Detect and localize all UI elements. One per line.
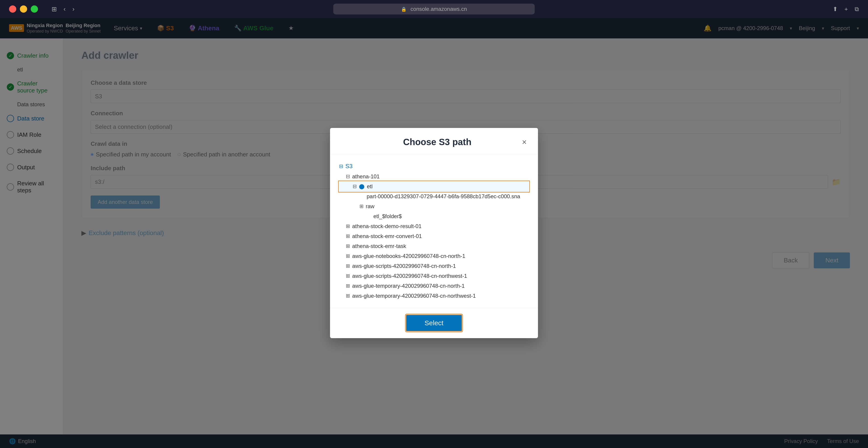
s3-root-label: S3 <box>345 163 352 170</box>
tree-item-athena-stock-emr-task[interactable]: ⊞ athena-stock-emr-task <box>339 241 529 251</box>
windows-icon[interactable]: ⧉ <box>855 6 859 13</box>
emr-convert-label: athena-stock-emr-convert-01 <box>352 233 422 239</box>
tree-root-s3[interactable]: ⊟ S3 <box>339 161 529 171</box>
new-tab-icon[interactable]: + <box>844 6 848 13</box>
stock-demo-expand-icon: ⊞ <box>346 223 350 229</box>
maximize-window-button[interactable] <box>31 5 38 13</box>
tree-item-raw[interactable]: ⊞ raw <box>339 201 529 211</box>
athena101-label: athena-101 <box>352 173 379 180</box>
etl-expand-icon: ⊟ <box>352 184 357 189</box>
window-controls[interactable] <box>9 5 38 13</box>
etl-radio-icon: ⬤ <box>359 184 365 189</box>
tree-item-etl-folder[interactable]: etl_$folder$ <box>339 211 529 221</box>
scripts-north-label: aws-glue-scripts-420029960748-cn-north-1 <box>352 263 456 269</box>
emr-task-label: athena-stock-emr-task <box>352 243 406 249</box>
url-bar[interactable]: 🔒 console.amazonaws.cn <box>333 4 535 14</box>
modal-footer: Select <box>330 308 538 338</box>
tree-item-athena-stock-demo[interactable]: ⊞ athena-stock-demo-result-01 <box>339 221 529 231</box>
temp-northwest-expand-icon: ⊞ <box>346 293 350 299</box>
modal-overlay: Choose S3 path × ⊟ S3 ⊟ athena-101 ⊟ ⬤ e… <box>0 18 868 448</box>
s3-path-modal: Choose S3 path × ⊟ S3 ⊟ athena-101 ⊟ ⬤ e… <box>330 128 538 338</box>
scripts-northwest-expand-icon: ⊞ <box>346 273 350 279</box>
titlebar: ⊞ ‹ › 🔒 console.amazonaws.cn ⬆ + ⧉ <box>0 0 868 18</box>
stock-demo-label: athena-stock-demo-result-01 <box>352 223 422 229</box>
modal-header: Choose S3 path × <box>330 128 538 154</box>
url-text: console.amazonaws.cn <box>410 6 467 12</box>
s3-expand-icon: ⊟ <box>339 163 343 169</box>
tree-item-glue-scripts-northwest[interactable]: ⊞ aws-glue-scripts-420029960748-cn-north… <box>339 271 529 281</box>
modal-body: ⊟ S3 ⊟ athena-101 ⊟ ⬤ etl part-00000-d13… <box>330 154 538 308</box>
tree-item-part[interactable]: part-00000-d1329307-0729-4447-b6fa-9588c… <box>339 191 529 201</box>
tree-item-glue-scripts-north[interactable]: ⊞ aws-glue-scripts-420029960748-cn-north… <box>339 261 529 271</box>
temp-north-expand-icon: ⊞ <box>346 283 350 289</box>
emr-convert-expand-icon: ⊞ <box>346 233 350 239</box>
part-label: part-00000-d1329307-0729-4447-b6fa-9588c… <box>367 193 520 200</box>
modal-close-button[interactable]: × <box>522 138 527 146</box>
temp-north-label: aws-glue-temporary-420029960748-cn-north… <box>352 283 465 289</box>
athena101-expand-icon: ⊟ <box>346 173 350 180</box>
emr-task-expand-icon: ⊞ <box>346 243 350 249</box>
forward-nav-icon[interactable]: › <box>72 5 74 13</box>
share-icon[interactable]: ⬆ <box>833 6 838 13</box>
back-nav-icon[interactable]: ‹ <box>64 5 66 13</box>
close-window-button[interactable] <box>9 5 16 13</box>
etl-folder-label: etl_$folder$ <box>373 213 402 220</box>
tree-item-glue-temp-northwest[interactable]: ⊞ aws-glue-temporary-420029960748-cn-nor… <box>339 291 529 301</box>
raw-label: raw <box>366 203 375 210</box>
etl-label: etl <box>367 183 373 190</box>
tree-item-athena-101[interactable]: ⊟ athena-101 <box>339 171 529 182</box>
modal-title: Choose S3 path <box>352 137 522 147</box>
notebooks-north-expand-icon: ⊞ <box>346 253 350 259</box>
select-button[interactable]: Select <box>406 315 462 331</box>
temp-northwest-label: aws-glue-temporary-420029960748-cn-north… <box>352 293 476 299</box>
scripts-northwest-label: aws-glue-scripts-420029960748-cn-northwe… <box>352 273 467 279</box>
notebooks-north-label: aws-glue-notebooks-420029960748-cn-north… <box>352 253 465 259</box>
minimize-window-button[interactable] <box>20 5 27 13</box>
titlebar-actions: ⬆ + ⧉ <box>833 6 859 13</box>
sidebar-toggle-icon[interactable]: ⊞ <box>52 5 57 13</box>
tree-item-etl[interactable]: ⊟ ⬤ etl <box>339 182 529 191</box>
tree-item-glue-temp-north[interactable]: ⊞ aws-glue-temporary-420029960748-cn-nor… <box>339 281 529 291</box>
tree-item-athena-stock-emr-convert[interactable]: ⊞ athena-stock-emr-convert-01 <box>339 231 529 241</box>
scripts-north-expand-icon: ⊞ <box>346 263 350 269</box>
tree-item-glue-notebooks-north[interactable]: ⊞ aws-glue-notebooks-420029960748-cn-nor… <box>339 251 529 261</box>
raw-expand-icon: ⊞ <box>360 203 364 209</box>
